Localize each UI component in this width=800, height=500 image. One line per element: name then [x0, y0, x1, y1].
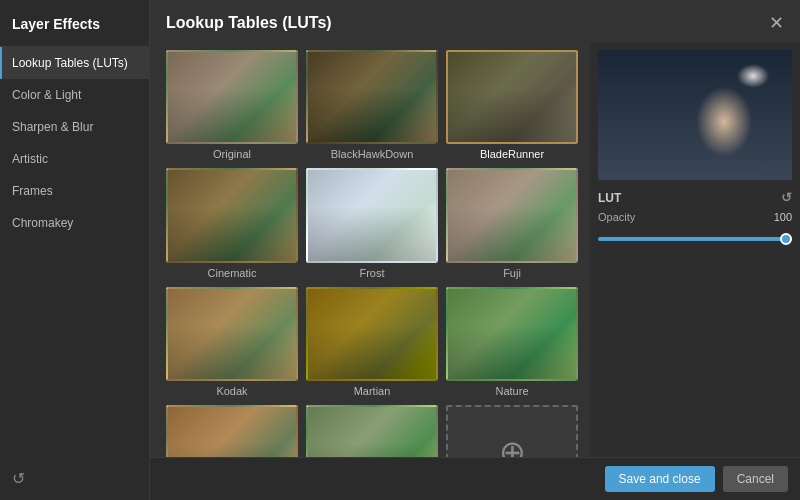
lut-thumb-original — [166, 50, 298, 144]
thumb-overlay — [448, 170, 576, 260]
thumb-overlay — [168, 289, 296, 379]
lut-label-frost: Frost — [359, 267, 384, 279]
lut-grid: Original BlackHawkDown BladeRunner Cine — [150, 42, 590, 457]
sidebar-item-label: Chromakey — [12, 216, 73, 230]
lut-item-original[interactable]: Original — [166, 50, 298, 160]
lut-label-blackhawkdown: BlackHawkDown — [331, 148, 414, 160]
main-header: Lookup Tables (LUTs) ✕ — [150, 0, 800, 42]
sidebar-item-label: Frames — [12, 184, 53, 198]
lut-add-button[interactable]: ⊕ — [446, 405, 578, 457]
lut-thumb-frost — [306, 168, 438, 262]
lut-thumb-kodak — [166, 287, 298, 381]
sidebar-item-frames[interactable]: Frames — [0, 175, 149, 207]
lut-thumb-warmcinema — [166, 405, 298, 457]
thumb-overlay — [448, 289, 576, 379]
lut-label-nature: Nature — [495, 385, 528, 397]
lut-item-wildlife[interactable]: Wildlife — [306, 405, 438, 457]
sidebar-item-label: Lookup Tables (LUTs) — [12, 56, 128, 70]
opacity-row: Opacity 100 — [598, 211, 792, 223]
thumb-overlay — [168, 52, 296, 142]
sidebar: Layer Effects Lookup Tables (LUTs) Color… — [0, 0, 150, 500]
sidebar-item-label: Sharpen & Blur — [12, 120, 93, 134]
opacity-slider[interactable] — [598, 237, 792, 241]
lut-thumb-martian — [306, 287, 438, 381]
lut-thumb-cinematic — [166, 168, 298, 262]
lut-reset-icon[interactable]: ↺ — [781, 190, 792, 205]
lut-label-bladerunner: BladeRunner — [480, 148, 544, 160]
lut-item-blackhawkdown[interactable]: BlackHawkDown — [306, 50, 438, 160]
thumb-overlay — [448, 52, 576, 142]
thumb-overlay — [308, 52, 436, 142]
lut-thumb-nature — [446, 287, 578, 381]
save-and-close-button[interactable]: Save and close — [605, 466, 715, 492]
sidebar-item-label: Color & Light — [12, 88, 81, 102]
sidebar-item-lookup-tables[interactable]: Lookup Tables (LUTs) — [0, 47, 149, 79]
opacity-label: Opacity — [598, 211, 635, 223]
sidebar-item-chromakey[interactable]: Chromakey — [0, 207, 149, 239]
sidebar-item-artistic[interactable]: Artistic — [0, 143, 149, 175]
lut-thumb-bladerunner — [446, 50, 578, 144]
sidebar-item-label: Artistic — [12, 152, 48, 166]
sidebar-reset-area: ↺ — [0, 457, 149, 500]
lut-item-warmcinema[interactable]: WarmCinema — [166, 405, 298, 457]
lut-item-bladerunner[interactable]: BladeRunner — [446, 50, 578, 160]
thumb-overlay — [168, 170, 296, 260]
lut-item-frost[interactable]: Frost — [306, 168, 438, 278]
sidebar-item-color-light[interactable]: Color & Light — [0, 79, 149, 111]
lut-label-original: Original — [213, 148, 251, 160]
thumb-overlay — [308, 289, 436, 379]
preview-face — [598, 50, 792, 180]
opacity-value: 100 — [774, 211, 792, 223]
thumb-overlay — [308, 407, 436, 457]
lut-item-nature[interactable]: Nature — [446, 287, 578, 397]
right-panel: LUT ↺ Opacity 100 — [590, 42, 800, 457]
lut-section-label: LUT — [598, 191, 621, 205]
reset-icon[interactable]: ↺ — [12, 469, 25, 488]
footer: Save and close Cancel — [150, 457, 800, 500]
main-panel: Lookup Tables (LUTs) ✕ Original BlackHaw… — [150, 0, 800, 500]
app-title: Layer Effects — [0, 0, 149, 47]
preview-image — [598, 50, 792, 180]
lut-label-kodak: Kodak — [216, 385, 247, 397]
page-title: Lookup Tables (LUTs) — [166, 14, 332, 32]
thumb-overlay — [168, 407, 296, 457]
content-area: Original BlackHawkDown BladeRunner Cine — [150, 42, 800, 457]
lut-label-martian: Martian — [354, 385, 391, 397]
opacity-slider-container — [598, 227, 792, 245]
lut-thumb-fuji — [446, 168, 578, 262]
sidebar-item-sharpen-blur[interactable]: Sharpen & Blur — [0, 111, 149, 143]
lut-item-martian[interactable]: Martian — [306, 287, 438, 397]
lut-thumb-blackhawkdown — [306, 50, 438, 144]
lut-label-fuji: Fuji — [503, 267, 521, 279]
thumb-overlay — [308, 170, 436, 260]
cancel-button[interactable]: Cancel — [723, 466, 788, 492]
lut-label-cinematic: Cinematic — [208, 267, 257, 279]
lut-item-custom[interactable]: ⊕ Custom... — [446, 405, 578, 457]
close-button[interactable]: ✕ — [769, 14, 784, 32]
lut-section-header: LUT ↺ — [598, 190, 792, 205]
lut-item-fuji[interactable]: Fuji — [446, 168, 578, 278]
add-icon: ⊕ — [499, 433, 526, 457]
lut-item-cinematic[interactable]: Cinematic — [166, 168, 298, 278]
lut-item-kodak[interactable]: Kodak — [166, 287, 298, 397]
lut-thumb-wildlife — [306, 405, 438, 457]
